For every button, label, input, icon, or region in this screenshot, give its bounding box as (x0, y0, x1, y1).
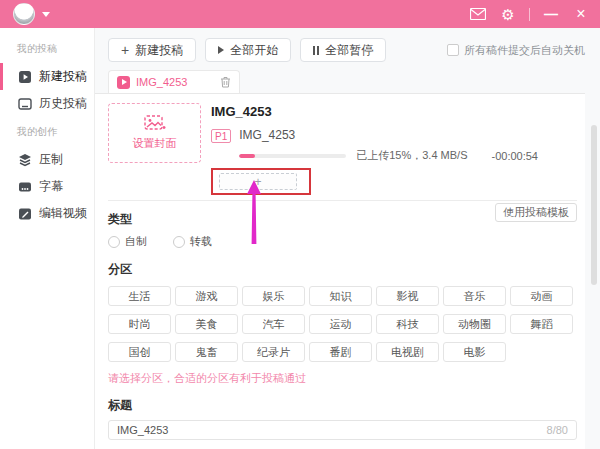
layers-icon (18, 153, 32, 167)
radio-label: 转载 (190, 234, 212, 249)
category-button[interactable]: 舞蹈 (510, 314, 573, 334)
main-panel: + 新建投稿 全部开始 全部暂停 所有稿件提交后自动关机 (95, 28, 600, 449)
titlebar-divider (529, 8, 530, 21)
pause-icon (313, 46, 319, 55)
sidebar-item-label: 历史投稿 (39, 95, 87, 112)
category-button[interactable]: 电影 (443, 342, 506, 362)
title-char-counter: 8/80 (547, 424, 568, 436)
sidebar-item-label: 字幕 (39, 178, 63, 195)
tab-play-icon (117, 76, 130, 89)
category-button[interactable]: 汽车 (242, 314, 305, 334)
category-button[interactable]: 科技 (376, 314, 439, 334)
part-badge: P1 (211, 129, 231, 143)
new-submission-button[interactable]: + 新建投稿 (108, 38, 196, 62)
type-options: 自制 转载 (108, 234, 577, 249)
annotation-arrow-icon (245, 180, 263, 244)
category-button[interactable]: 电视剧 (376, 342, 439, 362)
category-button[interactable]: 番剧 (309, 342, 372, 362)
category-section-label: 分区 (108, 261, 577, 278)
start-all-button[interactable]: 全部开始 (205, 38, 291, 62)
use-template-button[interactable]: 使用投稿模板 (495, 203, 577, 222)
sidebar-item-history[interactable]: 历史投稿 (0, 90, 94, 117)
sidebar-item-label: 压制 (39, 151, 63, 168)
upload-section: 设置封面 IMG_4253 P1 IMG_4253 已上传15%，3.4 MB/… (108, 103, 577, 195)
auto-shutdown-checkbox[interactable] (447, 44, 459, 56)
type-radio-option[interactable]: 转载 (173, 234, 212, 249)
category-row: 生活游戏娱乐知识影视音乐动画 (108, 286, 577, 306)
sidebar-section-my-submissions: 我的投稿 (0, 34, 94, 63)
button-label: 全部开始 (230, 42, 278, 59)
upload-progress-bar (239, 154, 346, 158)
category-button[interactable]: 游戏 (175, 286, 238, 306)
sidebar-item-new-submission[interactable]: 新建投稿 (0, 63, 94, 90)
sidebar-item-label: 新建投稿 (39, 68, 87, 85)
title-section-label: 标题 (108, 397, 577, 414)
time-remaining: -00:00:54 (492, 150, 538, 162)
avatar-dropdown-caret-icon[interactable] (42, 12, 50, 17)
sidebar: 我的投稿 新建投稿 历史投稿 我的创作 压制 字幕 编辑视频 (0, 28, 95, 449)
submission-form: 设置封面 IMG_4253 P1 IMG_4253 已上传15%，3.4 MB/… (95, 93, 585, 449)
title-input[interactable] (117, 424, 547, 436)
category-button[interactable]: 动画 (510, 286, 573, 306)
subtitle-icon (18, 180, 32, 194)
upload-progress-fill (239, 154, 255, 158)
minimize-button[interactable]: — (542, 5, 560, 23)
category-button[interactable]: 娱乐 (242, 286, 305, 306)
category-button[interactable]: 音乐 (443, 286, 506, 306)
title-input-wrapper: 8/80 (108, 420, 577, 440)
scrollbar-thumb[interactable] (591, 125, 597, 285)
button-label: 新建投稿 (135, 42, 183, 59)
category-button[interactable]: 运动 (309, 314, 372, 334)
type-radio-option[interactable]: 自制 (108, 234, 147, 249)
play-icon (218, 46, 224, 54)
history-icon (18, 97, 32, 111)
sidebar-item-compress[interactable]: 压制 (0, 146, 94, 173)
category-button[interactable]: 影视 (376, 286, 439, 306)
set-cover-label: 设置封面 (133, 136, 177, 151)
edit-video-icon (18, 207, 32, 221)
sidebar-item-label: 编辑视频 (39, 205, 87, 222)
tab-bar: IMG_4253 (108, 70, 585, 93)
plus-icon: + (121, 43, 129, 57)
upload-speed-text: 已上传15%，3.4 MB/S (356, 148, 467, 163)
tab-img-4253[interactable]: IMG_4253 (108, 70, 240, 93)
part-name: IMG_4253 (239, 128, 577, 142)
video-title: IMG_4253 (211, 104, 577, 119)
sidebar-section-my-creation: 我的创作 (0, 117, 94, 146)
category-button[interactable]: 时尚 (108, 314, 171, 334)
titlebar: ⚙ — × (0, 0, 600, 28)
category-button[interactable]: 纪录片 (242, 342, 305, 362)
tab-label: IMG_4253 (136, 76, 214, 88)
app-window: ⚙ — × 我的投稿 新建投稿 历史投稿 我的创作 压制 字 (0, 0, 600, 449)
cover-image-icon (144, 115, 166, 133)
radio-label: 自制 (125, 234, 147, 249)
category-row: 国创鬼畜纪录片番剧电视剧电影 (108, 342, 577, 362)
mail-icon[interactable] (469, 5, 487, 23)
close-button[interactable]: × (572, 5, 590, 23)
section-divider: 使用投稿模板 (108, 200, 577, 201)
auto-shutdown-option: 所有稿件提交后自动关机 (447, 43, 585, 58)
button-label: 全部暂停 (325, 42, 373, 59)
sidebar-item-edit-video[interactable]: 编辑视频 (0, 200, 94, 227)
category-button[interactable]: 国创 (108, 342, 171, 362)
category-button[interactable]: 生活 (108, 286, 171, 306)
category-button[interactable]: 鬼畜 (175, 342, 238, 362)
category-button[interactable]: 知识 (309, 286, 372, 306)
user-avatar[interactable] (13, 3, 35, 25)
sidebar-item-subtitle[interactable]: 字幕 (0, 173, 94, 200)
gear-icon[interactable]: ⚙ (499, 5, 517, 23)
pause-all-button[interactable]: 全部暂停 (300, 38, 386, 62)
category-hint: 请选择分区，合适的分区有利于投稿通过 (108, 371, 577, 386)
set-cover-button[interactable]: 设置封面 (108, 103, 201, 163)
auto-shutdown-label: 所有稿件提交后自动关机 (464, 43, 585, 58)
radio-icon[interactable] (173, 236, 185, 248)
category-button[interactable]: 美食 (175, 314, 238, 334)
category-button[interactable]: 动物圈 (443, 314, 506, 334)
toolbar: + 新建投稿 全部开始 全部暂停 所有稿件提交后自动关机 (108, 38, 585, 62)
trash-icon[interactable] (220, 76, 231, 88)
radio-icon[interactable] (108, 236, 120, 248)
new-submission-icon (18, 70, 32, 84)
category-row: 时尚美食汽车运动科技动物圈舞蹈 (108, 314, 577, 334)
